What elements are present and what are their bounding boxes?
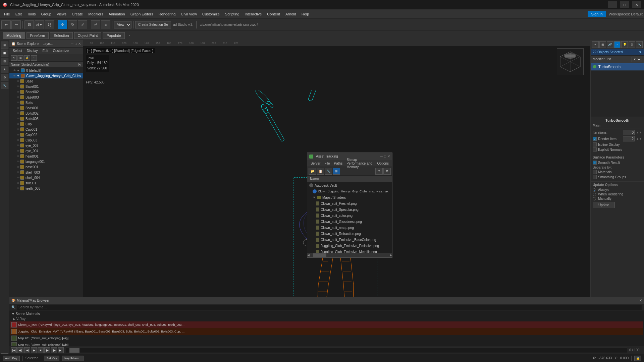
tree-item-bolts001[interactable]: 👁 Bolts001	[9, 105, 83, 111]
tree-item-teeth003[interactable]: 👁 teeth_003	[9, 186, 83, 191]
mat-row-juggling[interactable]: Juggling_Club_Emissive_MAT ( VRayMtl ) […	[10, 328, 643, 335]
at-toolbar-1[interactable]: 📁	[309, 168, 316, 175]
eye-icon-13[interactable]: 👁	[17, 139, 19, 142]
tree-item-eye003[interactable]: 👁 eye_003	[9, 143, 83, 148]
close-button[interactable]: ✕	[632, 1, 641, 8]
menu-graph-editors[interactable]: Graph Editors	[128, 11, 156, 17]
scale-button[interactable]: ⤢	[78, 20, 87, 29]
scene-exp-toolbar-btn2[interactable]: ⊞	[17, 55, 23, 61]
sidebar-icon-2[interactable]: 🔲	[1, 50, 8, 57]
eye-icon-9[interactable]: 👁	[17, 117, 19, 120]
menu-civil-view[interactable]: Civil View	[178, 11, 199, 17]
tree-item-clown[interactable]: 👁 ▼ Clown_Juggling_Henrys_Grip_Clubs	[9, 73, 83, 78]
at-row-maps[interactable]: ▼ Maps / Shaders	[307, 194, 392, 200]
menu-interactive[interactable]: Interactive	[242, 11, 265, 17]
at-menu-file[interactable]: File	[322, 161, 332, 166]
isoline-checkbox[interactable]	[593, 142, 597, 146]
menu-animation[interactable]: Animation	[106, 11, 128, 17]
at-menu-server[interactable]: Server	[309, 161, 322, 166]
view-dropdown[interactable]: View	[114, 21, 131, 28]
render-iters-input[interactable]	[623, 136, 635, 141]
tree-item-cup001[interactable]: 👁 Cup001	[9, 127, 83, 132]
menu-edit[interactable]: Edit	[13, 11, 24, 17]
key-filters-button[interactable]: Key Filters...	[62, 356, 84, 361]
scene-exp-min[interactable]: ─	[71, 42, 73, 46]
at-row-emissive[interactable]: Juggling_Club_Emissive_Emissive.png	[307, 243, 392, 249]
eye-icon-14[interactable]: 👁	[17, 144, 19, 147]
menu-help[interactable]: Help	[299, 11, 312, 17]
tl-stop[interactable]: ■	[38, 347, 44, 353]
tab-populate[interactable]: Populate	[103, 32, 124, 39]
scene-materials-header[interactable]: ▼ Scene Materials	[10, 311, 643, 316]
scene-exp-toolbar-btn1[interactable]: ✕	[11, 55, 17, 61]
menu-views[interactable]: Views	[54, 11, 69, 17]
tree-item-bolts002[interactable]: 👁 Bolts002	[9, 111, 83, 116]
render-iters-checkbox[interactable]: ✓	[593, 137, 597, 141]
tl-next-frame[interactable]: ▶	[44, 347, 50, 353]
sidebar-icon-5[interactable]: ⚙	[1, 74, 8, 81]
at-row-fresnel[interactable]: Clown_suit_Fresnel.png	[307, 200, 392, 206]
asset-tracking-list[interactable]: Autodesk Vault Clown_Juggling_Henrys_Gri…	[307, 182, 392, 253]
eye-icon-6[interactable]: 👁	[17, 101, 19, 104]
tab-modeling[interactable]: Modeling	[3, 32, 25, 39]
tree-item-cup003[interactable]: 👁 Cup003	[9, 137, 83, 143]
eye-icon-3[interactable]: 👁	[17, 85, 19, 88]
at-toolbar-2[interactable]: 📋	[317, 168, 324, 175]
eye-icon-17[interactable]: 👁	[17, 160, 19, 163]
tree-item-base001[interactable]: 👁 Base001	[9, 84, 83, 89]
eye-icon-10[interactable]: 👁	[17, 123, 19, 126]
tree-item-cup[interactable]: 👁 Cup	[9, 121, 83, 127]
tree-item-default[interactable]: 👁 ▼ 0 (default)	[9, 68, 83, 73]
scene-exp-max[interactable]: □	[75, 42, 77, 46]
viewport-cube[interactable]	[557, 48, 584, 75]
eye-icon-20[interactable]: 👁	[17, 176, 19, 179]
scene-exp-menu-customize[interactable]: Customize	[51, 48, 71, 53]
at-close[interactable]: ✕	[387, 155, 390, 158]
tree-item-shell003[interactable]: 👁 shell_003	[9, 170, 83, 175]
eye-icon-15[interactable]: 👁	[17, 149, 19, 153]
rp-tool-7[interactable]: 🔧	[636, 41, 643, 48]
modifier-list-area[interactable]: TurboSmooth	[591, 63, 644, 90]
at-menu-paths[interactable]: Paths	[332, 161, 345, 166]
v-ray-header[interactable]: ▶ V-Ray	[10, 316, 643, 321]
eye-icon-0[interactable]: 👁	[13, 69, 16, 72]
eye-icon-8[interactable]: 👁	[17, 112, 19, 115]
menu-content[interactable]: Content	[264, 11, 283, 17]
eye-icon-2[interactable]: 👁	[17, 80, 19, 83]
eye-icon-21[interactable]: 👁	[17, 182, 19, 185]
select-by-name-button[interactable]: All▼	[35, 20, 44, 29]
smoothing-groups-checkbox[interactable]	[593, 175, 597, 179]
at-row-vault[interactable]: Autodesk Vault	[307, 182, 392, 188]
manually-radio[interactable]	[593, 197, 596, 200]
at-row-glossiness[interactable]: Clown_suit_Glossiness.png	[307, 219, 392, 225]
mat-row-clown[interactable]: Clown_1_MAT ( VRayMtl ) [eye_003, eye_00…	[10, 321, 643, 328]
turbosmooth-modifier[interactable]: TurboSmooth	[591, 63, 644, 70]
eye-icon-5[interactable]: 👁	[17, 96, 19, 99]
eye-icon-12[interactable]: 👁	[17, 133, 19, 136]
sidebar-icon-6[interactable]: 🔧	[1, 82, 8, 89]
tl-goto-end[interactable]: ▶|	[58, 347, 64, 353]
at-menu-bitmap[interactable]: Bitmap Performance and Memory	[344, 157, 375, 170]
rp-dropdown-arrow[interactable]: ▼	[639, 50, 642, 54]
auto-key-button[interactable]: Auto Key	[3, 356, 20, 361]
tab-freeform[interactable]: Freeform	[26, 32, 49, 39]
timeline-scrubber[interactable]	[66, 348, 627, 353]
at-menu-options[interactable]: Options	[375, 161, 391, 166]
at-row-basecolor[interactable]: Clown_suit_Emissive_BaseColor.png	[307, 237, 392, 243]
rp-tool-6[interactable]: ⚙	[629, 41, 635, 48]
explicit-normals-checkbox[interactable]	[593, 147, 597, 152]
sign-in-button[interactable]: Sign In	[588, 11, 606, 17]
undo-button[interactable]: ↩	[1, 20, 11, 29]
mat-close[interactable]: ✕	[639, 299, 642, 302]
mat-row-map61-2[interactable]: Map #61 (Clown_suit_color.png) [wig]	[10, 342, 643, 346]
scene-exp-toolbar-btn4[interactable]: +	[31, 55, 37, 61]
tree-item-suit001[interactable]: 👁 suit001	[9, 180, 83, 186]
at-max[interactable]: □	[384, 155, 386, 158]
tl-prev-frame[interactable]: ◀	[24, 347, 30, 353]
move-button[interactable]: ✛	[58, 20, 67, 29]
link-button[interactable]: ⛓	[45, 20, 54, 29]
iterations-spinner[interactable]: ▲▼	[636, 131, 642, 134]
materials-checkbox[interactable]	[593, 170, 597, 174]
tree-item-base003[interactable]: 👁 Base003	[9, 95, 83, 100]
menu-arnold[interactable]: Arnold	[283, 11, 299, 17]
